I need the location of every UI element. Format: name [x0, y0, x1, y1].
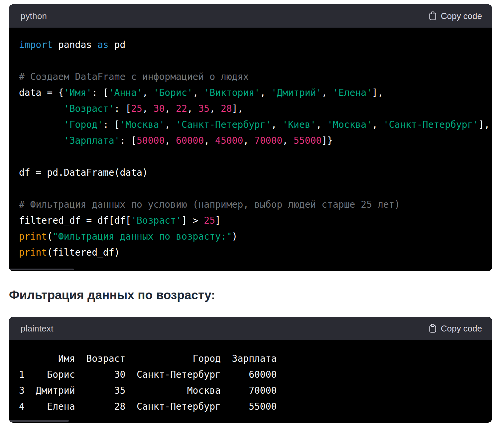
output-section-heading: Фильтрация данных по возрасту:	[9, 288, 494, 303]
plaintext-output-content: Имя Возраст Город Зарплата1 Борис 30 Сан…	[9, 340, 492, 423]
horizontal-scrollbar-thumb[interactable]	[9, 269, 74, 270]
code-block-plaintext: plaintext Copy code Имя Возраст Город За…	[9, 317, 492, 423]
copy-code-label: Copy code	[441, 323, 482, 334]
code-line	[19, 149, 482, 165]
code-line: import pandas as pd	[19, 37, 482, 53]
code-line: print("Фильтрация данных по возрасту:")	[19, 229, 482, 245]
horizontal-scrollbar-thumb[interactable]	[9, 420, 69, 422]
chat-message-content: python Copy code import pandas as pd # С…	[0, 0, 504, 423]
python-code-content: import pandas as pd # Создаем DataFrame …	[9, 28, 492, 271]
code-line: 4 Елена 28 Санкт-Петербург 55000	[19, 399, 482, 415]
code-line: print(filtered_df)	[19, 245, 482, 261]
code-line: data = {'Имя': ['Анна', 'Борис', 'Виктор…	[19, 85, 482, 101]
language-label: plaintext	[21, 323, 54, 334]
code-line	[19, 181, 482, 197]
code-line: filtered_df = df[df['Возраст'] > 25]	[19, 213, 482, 229]
language-label: python	[21, 11, 47, 21]
code-line: 3 Дмитрий 35 Москва 70000	[19, 383, 482, 399]
copy-code-button[interactable]: Copy code	[429, 11, 482, 21]
code-line: 'Возраст': [25, 30, 22, 35, 28],	[19, 101, 482, 117]
copy-code-label: Copy code	[441, 11, 482, 21]
code-block-python: python Copy code import pandas as pd # С…	[9, 4, 492, 271]
code-line: Имя Возраст Город Зарплата	[19, 351, 482, 367]
code-line	[19, 53, 482, 69]
clipboard-icon	[429, 11, 437, 21]
code-block-header: plaintext Copy code	[9, 317, 492, 340]
copy-code-button[interactable]: Copy code	[429, 323, 482, 334]
code-line: # Фильтрация данных по условию (например…	[19, 197, 482, 213]
code-line: df = pd.DataFrame(data)	[19, 165, 482, 181]
code-block-header: python Copy code	[9, 4, 492, 28]
clipboard-icon	[429, 324, 437, 333]
code-line: 1 Борис 30 Санкт-Петербург 60000	[19, 367, 482, 383]
code-line: # Создаем DataFrame с информацией о людя…	[19, 69, 482, 85]
code-line: 'Зарплата': [50000, 60000, 45000, 70000,…	[19, 133, 482, 149]
code-line: 'Город': ['Москва', 'Санкт-Петербург', '…	[19, 117, 482, 133]
